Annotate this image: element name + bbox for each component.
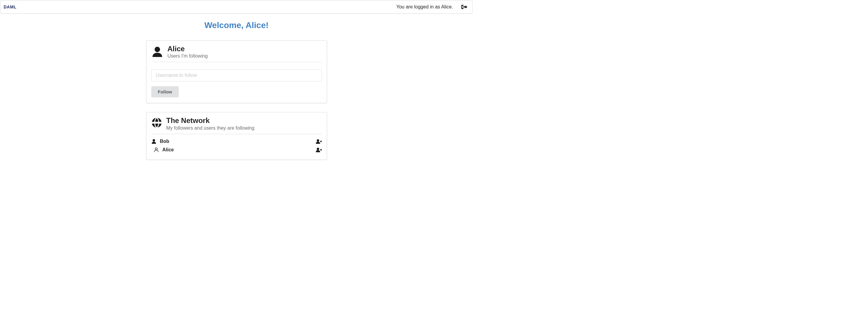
svg-rect-3: [461, 8, 464, 9]
svg-rect-8: [321, 141, 321, 142]
network-subtitle: My followers and users they are followin…: [166, 125, 255, 131]
network-title: The Network: [166, 117, 255, 124]
network-subrow: Alice: [151, 146, 322, 154]
svg-point-9: [155, 148, 157, 150]
profile-card-header: Alice Users I'm following: [151, 45, 322, 62]
user-outline-icon: [154, 147, 159, 152]
logo-text: DAML: [4, 4, 16, 9]
network-card-titles: The Network My followers and users they …: [166, 117, 255, 130]
svg-rect-12: [321, 149, 321, 151]
svg-rect-2: [461, 5, 464, 6]
user-plus-icon: [316, 147, 322, 152]
divider: [151, 134, 322, 134]
user-icon: [151, 139, 156, 144]
network-card: The Network My followers and users they …: [146, 112, 327, 159]
svg-point-4: [155, 47, 160, 52]
add-user-button[interactable]: [316, 147, 322, 152]
main-content: Welcome, Alice! Alice Users I'm followin…: [146, 14, 327, 160]
network-card-header: The Network My followers and users they …: [151, 117, 322, 133]
menu-right: You are logged in as Alice.: [396, 4, 469, 10]
svg-point-10: [317, 148, 319, 150]
profile-card-titles: Alice Users I'm following: [167, 45, 208, 59]
network-row-name: Bob: [160, 139, 169, 144]
logo: DAML: [4, 4, 16, 9]
svg-point-6: [317, 139, 319, 142]
network-subrow-left: Alice: [154, 147, 174, 153]
follow-button[interactable]: Follow: [151, 86, 179, 97]
profile-subtitle: Users I'm following: [167, 53, 208, 59]
username-input[interactable]: [151, 69, 322, 81]
globe-icon: [151, 117, 162, 128]
logout-button[interactable]: [461, 4, 467, 9]
svg-point-5: [153, 139, 155, 142]
network-subrow-name: Alice: [162, 147, 174, 153]
add-user-button[interactable]: [316, 139, 322, 144]
divider: [151, 62, 322, 62]
user-plus-icon: [316, 139, 322, 144]
top-menu: DAML You are logged in as Alice.: [0, 0, 472, 13]
profile-title: Alice: [167, 45, 208, 53]
sign-out-icon: [461, 4, 467, 9]
network-row: Bob: [151, 137, 322, 146]
login-status: You are logged in as Alice.: [396, 4, 453, 10]
profile-card: Alice Users I'm following Follow: [146, 40, 327, 103]
user-icon: [151, 46, 163, 58]
network-row-left: Bob: [151, 139, 169, 144]
welcome-heading: Welcome, Alice!: [146, 21, 327, 30]
